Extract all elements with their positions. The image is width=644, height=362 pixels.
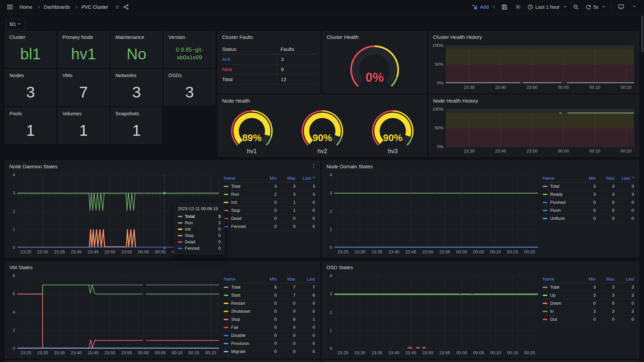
- legend-column-min[interactable]: Min: [260, 277, 277, 282]
- legend-series-name[interactable]: Disable: [224, 333, 260, 338]
- legend-series-name[interactable]: Provision: [224, 341, 260, 346]
- legend-series-name[interactable]: Down: [543, 301, 579, 306]
- legend-series-value: 0: [296, 200, 315, 205]
- svg-text:23:35: 23:35: [54, 350, 65, 355]
- legend-series-name[interactable]: Out: [543, 317, 579, 322]
- legend-series-value: 3: [614, 293, 634, 298]
- svg-text:23:55: 23:55: [121, 350, 132, 355]
- svg-text:0: 0: [330, 346, 332, 351]
- page-scrollbar-thumb[interactable]: [641, 15, 643, 52]
- legend-column-last[interactable]: Last: [296, 176, 315, 181]
- legend-series-value: 0: [277, 224, 296, 229]
- save-dashboard-icon[interactable]: [501, 3, 508, 11]
- legend-series-label: Shutdown: [231, 309, 251, 314]
- tooltip-series-name: Dead: [185, 239, 195, 244]
- panel-title: VM States: [5, 262, 320, 270]
- svg-text:00:00: 00:00: [456, 249, 467, 254]
- legend-series-name[interactable]: Flush: [543, 208, 579, 213]
- vm-states-chart: 23:2523:3023:3523:4023:4523:5023:5500:00…: [7, 273, 222, 356]
- legend-series-value: 0: [260, 349, 277, 354]
- legend-series-name[interactable]: Stop: [224, 317, 260, 322]
- svg-text:3: 3: [330, 291, 332, 296]
- legend-series-value: 0: [614, 317, 634, 322]
- legend-series-name[interactable]: Migrate: [224, 349, 260, 354]
- legend-series-name[interactable]: Total: [224, 184, 260, 189]
- menu-toggle-icon[interactable]: [6, 3, 13, 11]
- tv-mode-icon[interactable]: [617, 3, 625, 11]
- faults-column-faults[interactable]: Faults: [276, 44, 316, 54]
- legend-series-name[interactable]: In: [543, 309, 579, 314]
- legend-series-label: Fenced: [231, 224, 246, 229]
- refresh-picker[interactable]: 5s: [586, 4, 605, 10]
- panel-title: Node Health: [218, 95, 426, 104]
- legend-series-value: 0: [296, 325, 315, 330]
- legend-series-name[interactable]: Run: [224, 192, 260, 197]
- legend-column-last[interactable]: Last: [614, 277, 634, 282]
- panel-menu-kebab-icon[interactable]: ⋮: [311, 164, 316, 168]
- panel-title: VMs: [58, 70, 109, 78]
- breadcrumb-dashboards[interactable]: Dashboards: [44, 4, 70, 10]
- favorite-star-icon[interactable]: ☆: [114, 3, 121, 11]
- legend-series-name[interactable]: Init: [224, 200, 260, 205]
- svg-text:8: 8: [13, 273, 15, 278]
- share-icon[interactable]: [122, 3, 130, 11]
- series-color-swatch: [178, 248, 182, 249]
- legend-column-name[interactable]: Name: [224, 277, 260, 282]
- svg-text:23:30: 23:30: [464, 148, 475, 154]
- legend-series-name[interactable]: Ready: [543, 192, 579, 197]
- breadcrumb-home[interactable]: Home: [19, 4, 33, 10]
- legend-series-name[interactable]: Flushed: [543, 200, 579, 205]
- legend-series-name[interactable]: Fenced: [224, 224, 260, 229]
- svg-text:00:15: 00:15: [507, 350, 518, 355]
- legend-series-name[interactable]: Fail: [224, 325, 260, 330]
- settings-gear-icon[interactable]: [514, 3, 522, 11]
- legend-series-value: 0: [296, 301, 315, 306]
- svg-text:23:30: 23:30: [464, 85, 475, 90]
- legend-series-name[interactable]: Total: [224, 285, 260, 290]
- legend-series-name[interactable]: Start: [224, 293, 260, 298]
- legend-column-last[interactable]: Last: [614, 176, 634, 181]
- fault-status-cell: Ack: [222, 56, 276, 62]
- legend-series-name[interactable]: Shutdown: [224, 309, 260, 314]
- series-color-swatch: [224, 351, 228, 352]
- legend-series-name[interactable]: Unflush: [543, 216, 579, 221]
- legend-column-name[interactable]: Name: [543, 277, 579, 282]
- legend-column-min[interactable]: Min: [260, 176, 277, 181]
- legend-series-name[interactable]: Stop: [224, 208, 260, 213]
- legend-column-name[interactable]: Name: [543, 176, 579, 181]
- legend-series-label: Down: [550, 301, 561, 306]
- svg-text:100%: 100%: [432, 43, 444, 48]
- legend-series-name[interactable]: Dead: [224, 216, 260, 221]
- legend-series-name[interactable]: Up: [543, 293, 579, 298]
- gauge: 90%hv3: [360, 105, 426, 155]
- legend-series-label: Migrate: [231, 349, 246, 354]
- legend-column-name[interactable]: Name: [224, 176, 260, 181]
- panel-pools: Pools 1: [5, 108, 56, 144]
- svg-text:00:05: 00:05: [473, 350, 484, 355]
- legend-series-value: 3: [260, 184, 277, 189]
- legend-column-min[interactable]: Min: [579, 277, 596, 282]
- legend-series-name[interactable]: Restart: [224, 301, 260, 306]
- legend-column-max[interactable]: Max: [596, 176, 614, 181]
- legend-column-min[interactable]: Min: [579, 176, 596, 181]
- legend-column-max[interactable]: Max: [596, 277, 614, 282]
- next-row-panel-edge: [5, 360, 320, 362]
- cluster-faults-table: StatusFaultsAck3New9Total12: [222, 44, 316, 84]
- legend-series-value: 0: [260, 293, 277, 298]
- legend-column-max[interactable]: Max: [277, 277, 296, 282]
- toolbar-collapse-chevron-icon[interactable]: [631, 3, 638, 11]
- zoom-out-time-icon[interactable]: [572, 3, 580, 11]
- legend-series-label: Flushed: [550, 200, 566, 205]
- time-range-picker[interactable]: Last 1 hour: [528, 4, 566, 10]
- legend-series-name[interactable]: Total: [543, 184, 579, 189]
- legend-column-last[interactable]: Last: [296, 277, 315, 282]
- add-button[interactable]: Add: [473, 4, 495, 10]
- legend-column-max[interactable]: Max: [277, 176, 296, 181]
- cluster-variable-select[interactable]: bl1: [6, 18, 25, 30]
- panel-cluster-health: Cluster Health 0%: [322, 31, 427, 93]
- legend-series-value: 0: [260, 216, 277, 221]
- legend-row: Down000: [543, 299, 634, 307]
- faults-column-status[interactable]: Status: [222, 46, 276, 52]
- legend-series-name[interactable]: Total: [543, 285, 579, 290]
- legend-series-value: 1: [277, 208, 296, 213]
